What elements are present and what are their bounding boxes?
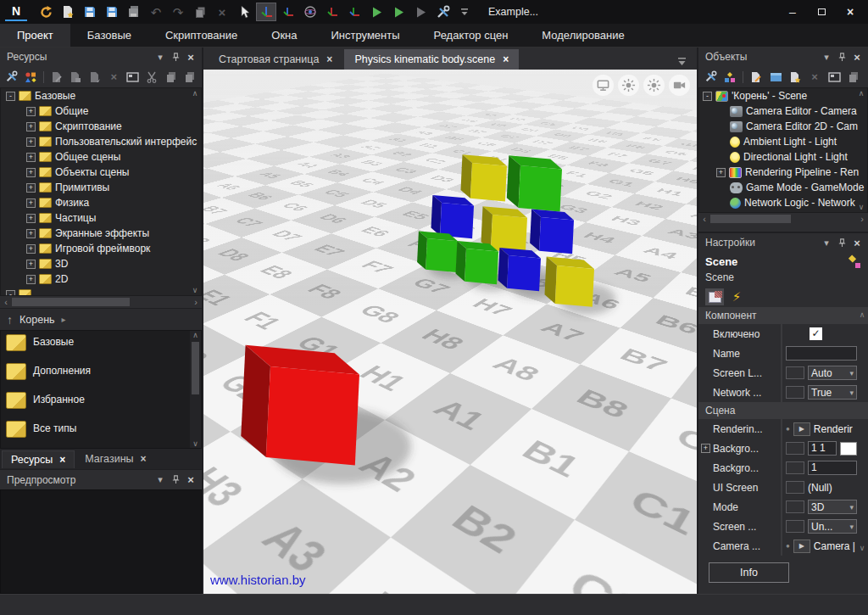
edit-object-icon[interactable] <box>748 69 765 85</box>
new-document-icon[interactable] <box>58 3 78 21</box>
redo-icon[interactable]: ↷ <box>168 3 188 21</box>
resources-tree-row[interactable]: + Экранные эффекты <box>1 226 201 241</box>
objects-tree-row[interactable]: Ambient Light - Light <box>699 134 867 149</box>
tree-expander[interactable]: + <box>26 122 36 131</box>
tools-icon[interactable] <box>432 3 453 21</box>
property-row[interactable]: UI Screen (Null) <box>698 478 868 497</box>
tab-close-icon[interactable]: × <box>326 53 332 65</box>
property-row[interactable]: Camera ... ● ▶ Camera | <box>698 536 868 556</box>
scale-tool-icon[interactable] <box>322 3 342 21</box>
panel-close-icon[interactable]: × <box>849 236 865 249</box>
panel-dropdown-icon[interactable]: ▾ <box>819 236 834 249</box>
panel-close-icon[interactable]: × <box>849 50 865 64</box>
properties-box-icon[interactable] <box>125 69 142 85</box>
resources-tree-row[interactable]: + Примитивы <box>1 180 201 195</box>
folder-list-item[interactable]: Дополнения <box>1 361 201 390</box>
rename-icon[interactable] <box>86 69 103 85</box>
tree-expander[interactable]: + <box>26 183 36 193</box>
text-input[interactable]: 1 1 <box>808 441 837 456</box>
resources-hscrollbar[interactable]: ‹ › <box>0 296 202 308</box>
section-header[interactable]: Компонент <box>698 307 868 324</box>
tree-expander[interactable]: + <box>26 244 36 254</box>
resources-tree-row[interactable]: + Скриптование <box>1 119 201 134</box>
text-input[interactable]: 1 <box>808 461 857 475</box>
tree-expander[interactable]: + <box>26 229 36 238</box>
delete-object-icon[interactable]: × <box>806 69 823 85</box>
pin-icon[interactable] <box>834 50 849 64</box>
tree-expander[interactable]: + <box>26 168 36 177</box>
default-value-box[interactable] <box>786 386 804 399</box>
panel-dropdown-icon[interactable]: ▾ <box>153 50 168 64</box>
properties-box-icon[interactable] <box>826 69 843 85</box>
tree-expander[interactable]: + <box>26 275 36 284</box>
menu-item[interactable]: Моделирование <box>525 24 641 47</box>
cut-icon[interactable] <box>143 69 160 85</box>
duplicate-icon[interactable] <box>190 3 210 21</box>
text-input[interactable] <box>786 346 857 361</box>
save-as-icon[interactable] <box>102 3 122 21</box>
play-disabled-icon[interactable] <box>410 3 431 21</box>
objects-tree-row[interactable]: + Rendering Pipeline - Ren <box>699 165 867 180</box>
sync-icon[interactable] <box>36 3 56 21</box>
resources-tree-scroll-rail[interactable]: ∧∨ <box>190 89 200 294</box>
scroll-down-arrow[interactable]: ∨ <box>192 439 198 448</box>
panel-close-icon[interactable]: × <box>183 50 198 64</box>
new-object-icon[interactable] <box>787 69 804 85</box>
display-options-icon[interactable] <box>23 69 40 85</box>
save-all-icon[interactable] <box>124 3 144 21</box>
default-value-box[interactable] <box>786 366 804 379</box>
default-value-box[interactable] <box>786 520 804 533</box>
dock-tab[interactable]: Магазины × <box>76 450 154 467</box>
default-value-box[interactable] <box>786 461 804 474</box>
menu-item[interactable]: Редактор сцен <box>417 24 526 47</box>
scroll-left-arrow[interactable]: ‹ <box>0 297 12 307</box>
panel-dropdown-icon[interactable]: ▾ <box>153 473 168 487</box>
color-swatch[interactable] <box>840 442 857 456</box>
play-icon[interactable] <box>366 3 387 21</box>
panel-close-icon[interactable]: × <box>183 473 198 487</box>
copy-icon[interactable] <box>845 69 862 85</box>
dock-tab[interactable]: Ресурсы × <box>2 450 75 468</box>
document-tab[interactable]: Стартовая страница × <box>209 49 342 70</box>
tab-close-icon[interactable]: × <box>503 53 509 65</box>
vscroll-thumb[interactable] <box>192 342 199 394</box>
new-window-icon[interactable] <box>767 69 784 85</box>
dropdown[interactable]: Auto▾ <box>808 366 857 380</box>
objects-tree-row[interactable]: Game Mode - GameMode <box>699 180 867 195</box>
tree-expander[interactable]: + <box>26 214 36 223</box>
tree-expander[interactable]: - <box>6 290 15 297</box>
tab-close-icon[interactable]: × <box>59 454 65 466</box>
objects-tree-row[interactable]: Camera Editor - Camera <box>699 103 867 119</box>
dropdown[interactable]: True▾ <box>808 385 857 400</box>
camera-icon[interactable] <box>669 75 690 96</box>
resources-tree-row[interactable]: + Объекты сцены <box>1 165 201 180</box>
select-tool-icon[interactable] <box>234 3 254 21</box>
objects-tree-row[interactable]: Directional Light - Light <box>699 149 867 165</box>
section-header[interactable]: Сцена <box>698 402 868 419</box>
new-resource-icon[interactable] <box>67 69 84 85</box>
edit-document-icon[interactable] <box>48 69 65 85</box>
tree-expander[interactable]: + <box>26 107 36 116</box>
objects-tree-scroll-rail[interactable]: ∧∨ <box>856 89 866 211</box>
property-row[interactable]: Screen ... Un...▾ <box>698 517 868 536</box>
up-arrow-icon[interactable]: ↑ <box>7 313 13 327</box>
folder-list-item[interactable]: Базовые <box>1 333 201 361</box>
transform-tool-icon[interactable] <box>344 3 364 21</box>
property-row[interactable]: Name <box>698 344 868 363</box>
hscroll-thumb[interactable] <box>710 215 791 223</box>
pin-icon[interactable] <box>168 473 183 487</box>
tools-icon[interactable] <box>702 69 719 85</box>
undo-icon[interactable]: ↶ <box>146 3 166 21</box>
resources-tree-row[interactable]: + Общее сцены <box>1 149 201 165</box>
property-row[interactable]: Network ... True▾ <box>698 383 868 402</box>
tab-close-icon[interactable]: × <box>141 453 147 465</box>
pin-icon[interactable] <box>168 50 183 64</box>
move-tool-icon[interactable] <box>256 3 276 21</box>
reference-button[interactable]: ▶ <box>793 422 810 436</box>
resources-tree-row[interactable]: + 3D <box>1 256 201 271</box>
copy-icon[interactable] <box>163 69 180 85</box>
folder-list-item[interactable]: Все типы <box>1 419 201 448</box>
events-tab-icon[interactable]: ⚡ <box>727 288 746 305</box>
checkbox[interactable]: ✓ <box>810 327 822 340</box>
delete-icon[interactable]: × <box>212 3 232 21</box>
